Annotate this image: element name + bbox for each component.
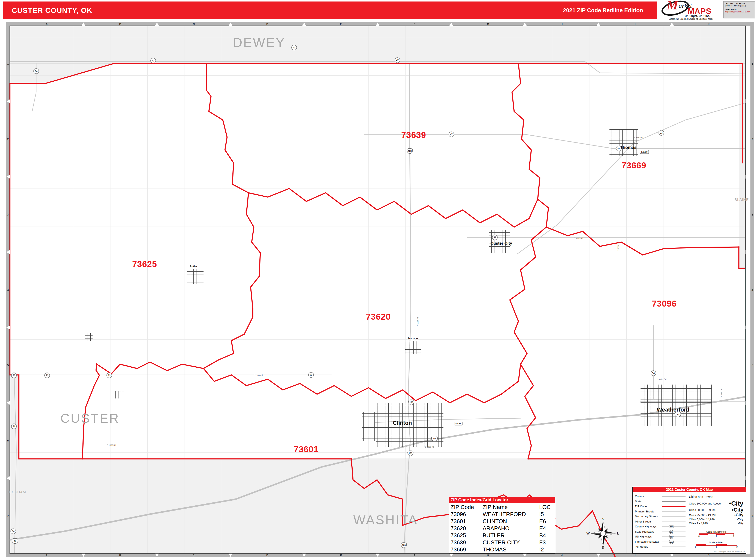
scale-ticks: 012 <box>695 546 737 548</box>
city-class-label: Cities 50,000 - 99,999 <box>689 508 716 511</box>
legend-row-label: ZIP Code <box>635 505 647 508</box>
city-sample: •City <box>738 522 744 524</box>
highway-rect-badge-icon: 123 <box>669 526 674 528</box>
city-class-label: Cities 5,000 - 24,999 <box>689 518 715 521</box>
highway-interstate-badge-icon: 123 <box>669 540 674 544</box>
contact-call-header: CALL US TOLL FREE! <box>725 2 754 5</box>
legend-row-label: State Highways <box>635 530 654 533</box>
table-row: 73096WEATHERFORDI5 <box>450 511 555 518</box>
legend-copyright: 2021 © Intelligent Direct, Inc. Wellsbor… <box>714 551 745 553</box>
legend-row-label: Toll Roads <box>635 545 648 548</box>
scale-kilometers: Scale in Kilometers012 <box>697 530 736 537</box>
city-class-label: Cities 25,000 - 49,999 <box>689 514 716 517</box>
legend-line-items: CountyStateZIP CodePrimary StreetsSecond… <box>635 494 687 553</box>
logo-m: M <box>667 0 678 12</box>
page: { "colors":{ "banner_red":"#ee1c25","zip… <box>0 0 756 557</box>
city-class-label: Cities 1 - 4,999 <box>689 522 707 525</box>
table-header-row: ZIP CodeZIP NameLOC <box>450 504 555 511</box>
legend-row: Minor Streets <box>635 519 687 524</box>
contact-email-header: EMAIL US AT: <box>725 8 754 11</box>
legend-line-sample <box>662 496 686 497</box>
city-sample: •City <box>737 518 744 521</box>
legend-row-label: Interstate Highways <box>635 540 659 543</box>
table-row: 73639CUSTER CITYF3 <box>450 539 555 546</box>
legend-line-sample <box>662 506 686 507</box>
legend-row-label: Secondary Streets <box>635 515 658 518</box>
legend-row: Interstate Highways123 <box>635 539 687 544</box>
legend-line-sample <box>662 511 686 512</box>
contact-box: CALL US TOLL FREE! 1-888-434-MAPS (6277)… <box>723 1 755 19</box>
city-class-label: Cities 100,000 and Above <box>689 502 721 505</box>
legend-row-label: County Highways <box>635 525 657 528</box>
zip-index-table: ZIP CodeZIP NameLOC73096WEATHERFORDI5736… <box>449 503 555 554</box>
legend-line-sample <box>662 531 686 532</box>
scale-bar <box>699 533 734 535</box>
city-class-row: Cities 100,000 and Above•City <box>689 500 745 507</box>
city-sample: •City <box>734 512 744 517</box>
legend-row: Primary Streets <box>635 509 687 514</box>
cities-title: Cities and Towns <box>689 495 713 499</box>
marketmaps-logo: M arket MAPS On Target. On Time. America… <box>659 0 723 21</box>
table-row: 73620ARAPAHOE4 <box>450 525 555 532</box>
legend-row: State Highways123 <box>635 529 687 534</box>
legend-row: Toll Roads <box>635 545 687 549</box>
legend-row-label: County <box>635 495 644 498</box>
section-grid <box>10 26 746 553</box>
scale-ticks: 012 <box>698 535 734 537</box>
legend-row: County <box>635 494 687 499</box>
legend-line-sample <box>662 516 686 517</box>
city-sample: •City <box>732 507 744 513</box>
legend-row-label: Primary Streets <box>635 510 654 513</box>
legend-line-sample <box>662 522 686 522</box>
legend-box: 2021 Custer County, OK Map CountyStateZI… <box>632 487 746 554</box>
scale-bar <box>696 544 737 546</box>
highway-circle-badge-icon: 123 <box>669 530 673 534</box>
legend-row: State <box>635 499 687 504</box>
page-title: CUSTER COUNTY, OK <box>12 6 92 14</box>
contact-phone: 1-888-434-MAPS (6277) <box>725 5 754 7</box>
logo-tagline: On Target. On Time. <box>685 14 710 18</box>
legend-line-sample <box>662 547 686 547</box>
city-class-row: Cities 1 - 4,999•City <box>689 521 745 526</box>
legend-row-label: US Highways <box>635 535 652 538</box>
contact-email: mapsales@MarketMAPS.com <box>725 11 754 13</box>
table-row: 73601CLINTONE6 <box>450 518 555 525</box>
legend-row: ZIP Code <box>635 504 687 509</box>
scale-miles: Scale in Miles012 <box>694 541 739 548</box>
highway-us-badge-icon: 123 <box>669 535 673 539</box>
legend-line-sample <box>662 526 686 527</box>
legend-row: Secondary Streets <box>635 514 687 519</box>
city-sample: •City <box>729 500 744 507</box>
logo-subline: America's Leading Source of Business Map… <box>656 18 727 20</box>
zip-index-header: ZIP Code Index/Grid Locator <box>449 497 555 503</box>
scale-title: Scale in Miles <box>694 541 739 544</box>
legend-line-sample <box>662 501 686 502</box>
scale-title: Scale in Kilometers <box>697 530 736 533</box>
legend-line-sample <box>662 536 686 537</box>
legend-row-label: Minor Streets <box>635 520 651 523</box>
legend-row: US Highways123 <box>635 534 687 539</box>
legend-title: 2021 Custer County, OK Map <box>633 487 746 492</box>
title-banner: CUSTER COUNTY, OK 2021 ZIP Code Redline … <box>3 1 657 19</box>
table-row: 73669THOMASI2 <box>450 546 555 553</box>
legend-line-sample <box>662 541 686 542</box>
legend-row-label: State <box>635 500 641 503</box>
map-canvas <box>0 0 756 557</box>
table-row: 73625BUTLERB4 <box>450 532 555 539</box>
legend-row: County Highways123 <box>635 524 687 529</box>
edition-label: 2021 ZIP Code Redline Edition <box>563 7 643 14</box>
